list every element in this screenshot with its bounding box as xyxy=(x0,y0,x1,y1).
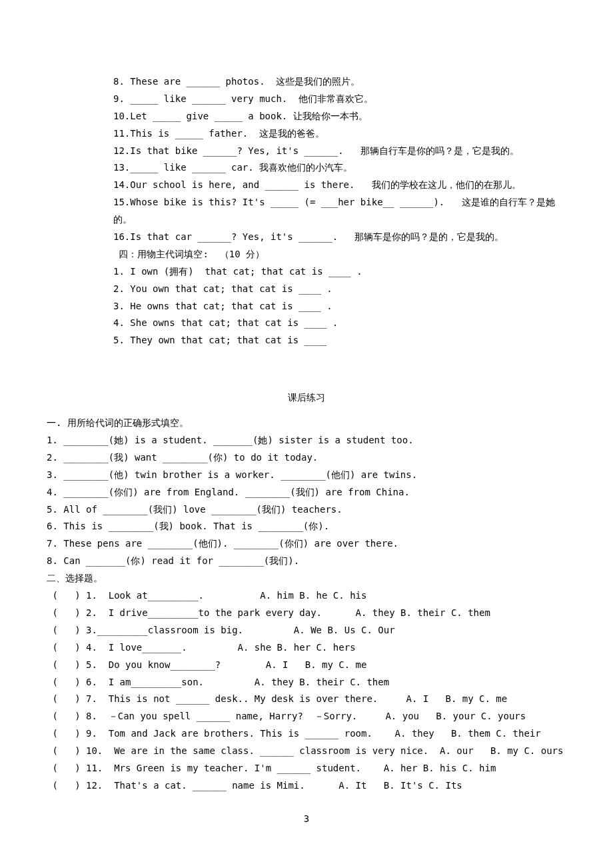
pronoun-form-q: 5. All of ________(我们) love ________(我们)… xyxy=(47,501,566,519)
fill-blank-q: 11.This is _____ father. 这是我的爸爸。 xyxy=(113,125,566,143)
section-lower: 一. 用所给代词的正确形式填空。 1. ________(她) is a stu… xyxy=(47,415,566,795)
part-one-heading: 一. 用所给代词的正确形式填空。 xyxy=(47,415,566,432)
mcq-item: ( ) 1. Look at_________. A. him B. he C.… xyxy=(47,587,566,605)
possessive-q: 5. They own that cat; that cat is ____ xyxy=(113,332,566,349)
mcq-item: ( ) 9. Tom and Jack are brothers. This i… xyxy=(47,725,566,743)
pronoun-form-q: 8. Can _______(你) read it for ________(我… xyxy=(47,553,566,570)
mcq-item: ( ) 10. We are in the same class. ______… xyxy=(47,743,566,760)
pronoun-form-q: 1. ________(她) is a student. _______(她) … xyxy=(47,432,566,449)
subsection-heading: 四：用物主代词填空: （10 分） xyxy=(113,246,566,263)
fill-blank-q: 8. These are ______ photos. 这些是我们的照片。 xyxy=(113,73,566,91)
fill-blank-q: 9. _____ like ______ very much. 他们非常喜欢它。 xyxy=(113,91,566,108)
mcq-item: ( ) 8. －Can you spell ______ name, Harry… xyxy=(47,708,566,725)
section-title: 课后练习 xyxy=(47,389,566,407)
mcq-item: ( ) 12. That's a cat. ______ name is Mim… xyxy=(47,777,566,795)
mcq-item: ( ) 3._________classroom is big. A. We B… xyxy=(47,622,566,639)
fill-blank-q: 12.Is that bike ______? Yes, it's ______… xyxy=(113,143,566,160)
possessive-q: 3. He owns that cat; that cat is ____ . xyxy=(113,298,566,315)
fill-blank-q: 16.Is that car ______? Yes, it's ______.… xyxy=(113,229,566,246)
pronoun-form-q: 6. This is ________(我) book. That is ___… xyxy=(47,518,566,535)
mcq-item: ( ) 7. This is not ______ desk.. My desk… xyxy=(47,691,566,708)
mcq-item: ( ) 4. I love_______. A. she B. her C. h… xyxy=(47,639,566,657)
possessive-q: 1. I own (拥有) that cat; that cat is ____… xyxy=(113,263,566,281)
fill-blank-q: 15.Whose bike is this? It's _____ (= ___… xyxy=(113,194,566,229)
pronoun-form-q: 7. These pens are ________(他们). ________… xyxy=(47,535,566,553)
section-upper: 8. These are ______ photos. 这些是我们的照片。 9.… xyxy=(47,73,566,349)
possessive-q: 2. You own that cat; that cat is ____ . xyxy=(113,281,566,298)
page-number: 3 xyxy=(0,811,613,828)
fill-blank-q: 14.Our school is here, and ______ is the… xyxy=(113,177,566,194)
mcq-item: ( ) 5. Do you know________? A. I B. my C… xyxy=(47,657,566,674)
pronoun-form-q: 2. ________(我) want ________(你) to do it… xyxy=(47,449,566,467)
pronoun-form-q: 3. ________(他) twin brother is a worker.… xyxy=(47,467,566,484)
mcq-item: ( ) 11. Mrs Green is my teacher. I'm ___… xyxy=(47,760,566,777)
mcq-item: ( ) 2. I drive_________to the park every… xyxy=(47,605,566,622)
pronoun-form-q: 4. ________(你们) are from England. ______… xyxy=(47,484,566,501)
possessive-q: 4. She owns that cat; that cat is ____ . xyxy=(113,315,566,332)
part-two-heading: 二、选择题。 xyxy=(47,570,566,587)
fill-blank-q: 13._____ like ______ car. 我喜欢他们的小汽车。 xyxy=(113,159,566,177)
fill-blank-q: 10.Let _____ give _____ a book. 让我给你一本书。 xyxy=(113,108,566,125)
mcq-item: ( ) 6. I am_________son. A. they B. thei… xyxy=(47,674,566,691)
